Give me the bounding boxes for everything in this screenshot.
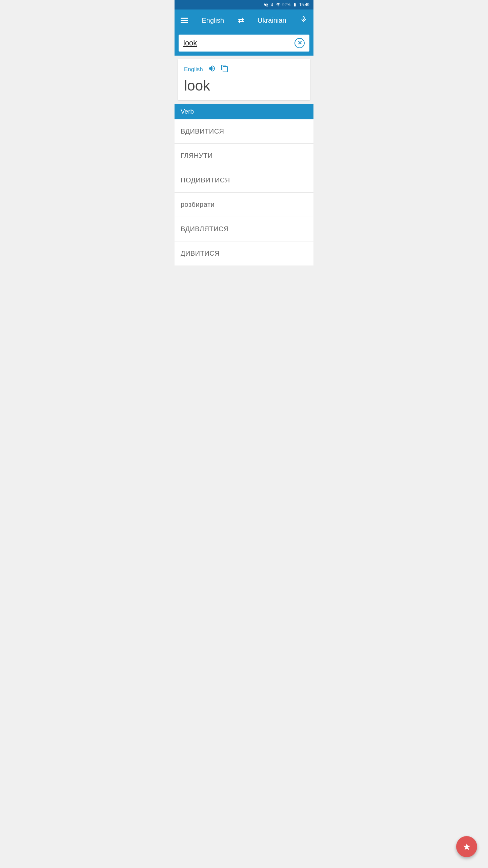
target-language[interactable]: Ukrainian — [258, 17, 286, 24]
search-input[interactable] — [183, 39, 294, 47]
menu-button[interactable] — [181, 18, 188, 23]
translation-word: ВДИВИТИСЯ — [181, 127, 224, 135]
result-language-label: English — [184, 66, 203, 73]
source-language[interactable]: English — [202, 17, 224, 24]
sound-button[interactable] — [208, 64, 216, 75]
bluetooth-icon — [270, 2, 274, 7]
time-text: 15:49 — [299, 2, 309, 7]
signal-icon — [276, 2, 281, 7]
clear-button[interactable]: ✕ — [294, 38, 305, 48]
status-icons: 92% 15:49 — [264, 2, 309, 7]
copy-button[interactable] — [221, 64, 229, 75]
result-card-header: English — [184, 64, 304, 75]
translation-item[interactable]: ПОДИВИТИСЯ — [175, 168, 313, 193]
microphone-button[interactable] — [300, 16, 307, 25]
result-card: English look — [178, 59, 310, 100]
verb-section-header: Verb — [175, 104, 313, 119]
translation-item[interactable]: ВДИВИТИСЯ — [175, 119, 313, 144]
translation-item[interactable]: ГЛЯНУТИ — [175, 144, 313, 168]
battery-icon — [292, 3, 298, 7]
mute-icon — [264, 2, 268, 7]
result-word: look — [184, 78, 304, 94]
translation-word: ДИВИТИСЯ — [181, 250, 220, 257]
status-bar: 92% 15:49 — [175, 0, 313, 9]
clear-icon: ✕ — [294, 38, 305, 48]
swap-languages-button[interactable] — [238, 16, 244, 25]
translation-word: ВДИВЛЯТИСЯ — [181, 225, 229, 233]
translation-item[interactable]: ДИВИТИСЯ — [175, 241, 313, 265]
toolbar: English Ukrainian — [175, 9, 313, 31]
translation-word: ПОДИВИТИСЯ — [181, 176, 230, 184]
search-input-wrapper: ✕ — [179, 35, 309, 52]
battery-text: 92% — [282, 2, 290, 7]
translation-word: розбирати — [181, 201, 215, 208]
translation-item[interactable]: ВДИВЛЯТИСЯ — [175, 217, 313, 241]
search-bar: ✕ — [175, 31, 313, 56]
translation-word: ГЛЯНУТИ — [181, 152, 213, 159]
translation-list: ВДИВИТИСЯГЛЯНУТИПОДИВИТИСЯрозбиратиВДИВЛ… — [175, 119, 313, 265]
translation-item[interactable]: розбирати — [175, 193, 313, 217]
